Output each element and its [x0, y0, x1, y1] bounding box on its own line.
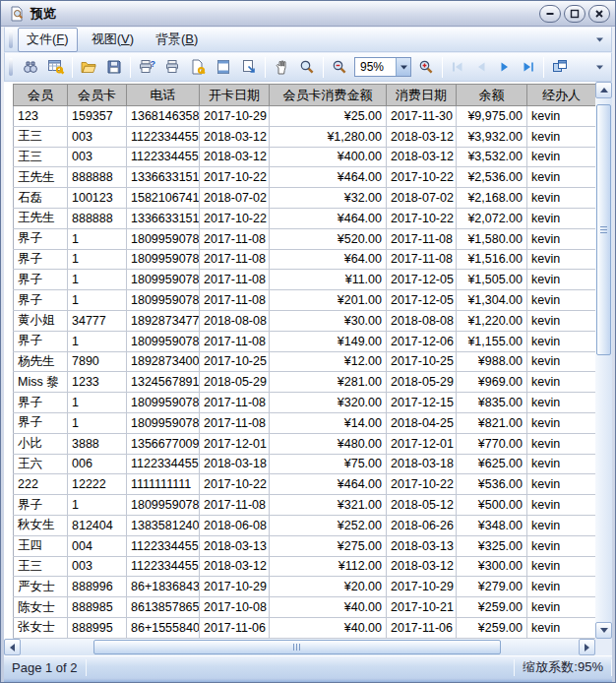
vertical-scroll-track[interactable] — [595, 98, 612, 622]
table-cell: kevin — [527, 577, 596, 597]
table-cell: 2017-10-25 — [387, 351, 457, 372]
table-cell: 2017-10-22 — [387, 167, 457, 188]
table-cell: 1 — [68, 393, 127, 413]
menubar-grip[interactable] — [9, 31, 13, 48]
table-cell: kevin — [527, 393, 596, 413]
table-cell: kevin — [527, 167, 596, 188]
table-cell: ¥300.00 — [457, 556, 527, 577]
vertical-scroll-thumb[interactable] — [596, 104, 611, 355]
table-cell: 2017-11-08 — [387, 249, 457, 270]
table-cell: 2017-10-22 — [387, 474, 457, 495]
table-cell: 1122334455 — [127, 556, 200, 577]
table-cell: ¥348.00 — [457, 515, 527, 535]
table-cell: ¥259.00 — [457, 617, 527, 638]
zoom-combobox[interactable]: 95% — [354, 57, 411, 77]
table-cell: ¥14.00 — [270, 412, 387, 433]
report-page: 会员会员卡电话开卡日期会员卡消费金额消费日期余额经办人 123159357136… — [4, 82, 595, 639]
menubar-options-button[interactable] — [592, 30, 607, 49]
table-cell: 86+1555840 — [127, 617, 200, 638]
table-cell: kevin — [527, 515, 596, 535]
zoom-in-button[interactable] — [413, 55, 439, 79]
table-cell: 2018-03-12 — [387, 126, 457, 147]
table-cell: 2017-10-29 — [200, 577, 270, 597]
table-row: 王四00411223344552018-03-13¥275.002018-03-… — [14, 535, 596, 556]
find-binoculars-icon — [22, 58, 39, 76]
minimize-button[interactable] — [539, 5, 561, 23]
scroll-up-button[interactable] — [595, 82, 612, 98]
fit-page-button[interactable] — [211, 55, 236, 79]
table-cell: 1122334455 — [127, 147, 200, 167]
table-cell: 王三 — [14, 147, 68, 167]
prev-page-button[interactable] — [469, 55, 493, 79]
column-header: 经办人 — [527, 85, 596, 106]
toolbar-grip[interactable] — [9, 58, 13, 76]
table-cell: kevin — [527, 454, 596, 474]
zoom-out-button[interactable] — [327, 55, 352, 79]
table-cell: 2017-12-01 — [387, 433, 457, 454]
next-page-button[interactable] — [493, 55, 517, 79]
table-cell: 100123 — [68, 188, 127, 209]
menu-item-view[interactable]: 视图(V) — [84, 29, 142, 51]
page-setup-button[interactable] — [185, 55, 211, 79]
table-cell: 1 — [68, 495, 127, 516]
table-cell: 1383581240 — [127, 515, 200, 535]
table-row: 陈女士88898586138578652017-10-08¥40.002017-… — [14, 597, 596, 618]
titlebar: 预览 — [1, 1, 615, 27]
close-button[interactable] — [588, 5, 610, 23]
toolbar-separator — [130, 57, 131, 78]
table-row: 界子118099590782017-11-08¥320.002017-12-15… — [14, 393, 596, 413]
preview-table: 会员会员卡电话开卡日期会员卡消费金额消费日期余额经办人 123159357136… — [13, 84, 595, 639]
column-header: 消费日期 — [387, 85, 457, 106]
toolbar-options-button[interactable] — [592, 57, 607, 77]
scroll-right-button[interactable] — [579, 639, 595, 655]
menu-item-file[interactable]: 文件(F) — [18, 28, 78, 52]
table-cell: 86+1836843 — [127, 577, 200, 597]
table-cell: 界子 — [14, 270, 68, 290]
table-cell: 界子 — [14, 228, 68, 249]
table-cell: kevin — [527, 412, 596, 433]
table-cell: 2018-03-13 — [200, 535, 270, 556]
table-cell: 1809959078 — [127, 495, 200, 516]
pan-hand-button[interactable] — [269, 55, 294, 79]
zoom-combobox-dropdown-button[interactable] — [396, 58, 410, 76]
menu-item-background[interactable]: 背景(B) — [148, 29, 206, 51]
table-cell: 2017-11-06 — [387, 617, 457, 638]
table-cell: 1 — [68, 290, 127, 311]
table-cell: 2017-12-05 — [387, 270, 457, 290]
horizontal-scroll-thumb[interactable] — [93, 640, 501, 654]
table-row: 王先生88888813366331512017-10-22¥464.002017… — [14, 208, 596, 228]
table-row: 张女士88899586+15558402017-11-06¥40.002017-… — [14, 617, 596, 638]
report-settings-button[interactable] — [43, 55, 69, 79]
table-cell: 2017-11-08 — [200, 331, 270, 351]
table-cell: 2017-10-25 — [200, 351, 270, 372]
table-cell: 王四 — [14, 535, 68, 556]
table-cell: 2018-04-25 — [387, 412, 457, 433]
last-page-button[interactable] — [517, 55, 540, 79]
table-row: 秋女生81240413835812402018-06-08¥252.002018… — [14, 515, 596, 535]
table-cell: 2017-11-08 — [387, 228, 457, 249]
thumb-grip-icon — [293, 644, 301, 651]
print-button[interactable] — [159, 55, 185, 79]
multi-page-button[interactable] — [547, 55, 573, 79]
first-page-button[interactable] — [446, 55, 469, 79]
maximize-button[interactable] — [564, 5, 585, 23]
print-setup-button[interactable]: ? — [134, 55, 159, 79]
horizontal-scroll-track[interactable] — [21, 639, 579, 655]
open-button[interactable] — [76, 55, 101, 79]
table-cell: ¥75.00 — [270, 454, 387, 474]
horizontal-scrollbar[interactable] — [4, 639, 595, 655]
table-cell: 3888 — [68, 433, 127, 454]
save-button[interactable] — [101, 55, 127, 79]
zoom-button[interactable] — [294, 55, 320, 79]
table-row: 2221222211111111112017-10-22¥464.002017-… — [14, 474, 596, 495]
export-button[interactable] — [236, 55, 262, 79]
column-header: 会员 — [14, 85, 68, 106]
scroll-down-button[interactable] — [595, 622, 612, 639]
scroll-left-button[interactable] — [4, 639, 21, 655]
table-cell: 1111111111 — [127, 474, 200, 495]
table-cell: ¥9,975.00 — [457, 106, 527, 127]
table-cell: ¥281.00 — [270, 372, 387, 393]
table-cell: 1 — [68, 228, 127, 249]
vertical-scrollbar[interactable] — [595, 82, 612, 639]
find-button[interactable] — [18, 55, 43, 79]
